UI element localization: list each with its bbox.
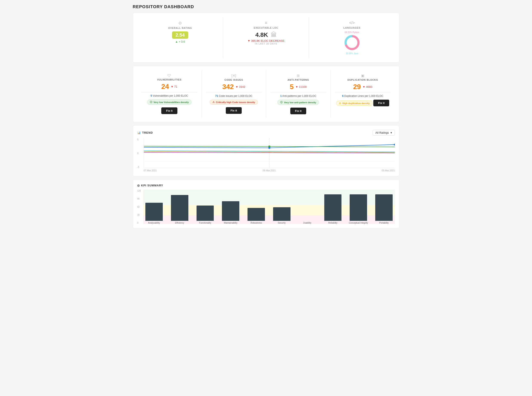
kpi-bar-item: Portability <box>373 190 395 224</box>
kpi-bar-item: Efficiency <box>169 190 190 224</box>
anti-patterns-icon: ⊞ <box>270 74 326 78</box>
overall-rating-label: OVERALL RATING <box>142 27 218 29</box>
kpi-bar-item: Maintainability <box>220 190 241 224</box>
kpi-title: ◎ KPI SUMMARY <box>137 184 395 187</box>
code-issues-icon: [✕] <box>206 74 262 78</box>
kpi-bar-label: Maintainability <box>224 222 237 224</box>
trend-dropdown[interactable]: All Ratings ▾ <box>373 130 395 136</box>
info-icon: ⓘ <box>150 100 152 104</box>
overall-rating-section: ⊙ OVERALL RATING 2.54 + 0.6 <box>137 17 223 58</box>
kpi-bar <box>375 194 393 221</box>
languages-label: LANGUAGES <box>314 26 390 29</box>
anti-patterns-fix-button[interactable]: Fix it <box>290 108 306 114</box>
kpi-bar-label: Functionality <box>199 222 211 224</box>
anti-patterns-delta: 11100 <box>295 85 307 88</box>
chevron-down-icon: ▾ <box>390 131 392 134</box>
kpi-bars: AnalyzabilityEfficiencyFunctionalityMain… <box>143 190 395 224</box>
building-icon: 🏛 <box>271 31 277 38</box>
kpi-bars-area: AnalyzabilityEfficiencyFunctionalityMain… <box>143 190 395 224</box>
languages-chart: 69.32% Python 30.68% Java <box>314 31 390 55</box>
kpi-bar <box>273 207 291 221</box>
kpi-bar-label: Security <box>278 222 286 224</box>
executable-loc-value: 4.8K <box>255 31 268 38</box>
kpi-y-axis: 0 30 60 90 120 <box>137 190 143 224</box>
kpi-bar-label: Portability <box>379 222 389 224</box>
trend-svg <box>144 138 395 168</box>
executable-loc-label: EXECUTABLE LOC <box>228 26 304 29</box>
kpi-bar-item: Analyzability <box>143 190 165 224</box>
kpi-bar-item: Functionality <box>194 190 216 224</box>
kpi-bar <box>247 208 265 221</box>
donut-chart <box>343 34 361 51</box>
duplication-badge: ⚠ High duplication density <box>336 101 373 106</box>
page-title: REPOSITORY DASHBOARD <box>133 4 399 9</box>
anti-patterns-badge: ⓘ Very low anti-pattern density <box>277 100 319 105</box>
code-issues-card: [✕] CODE ISSUES 342 3142 71 Code issues … <box>202 70 266 118</box>
code-issues-fix-button[interactable]: Fix it <box>226 107 242 114</box>
kpi-chart-container: 0 30 60 90 120 AnalyzabilityEfficiencyFu… <box>137 190 395 224</box>
executable-loc-decrease: ▼ 365.8K ELOC DECREASE <box>228 39 304 42</box>
vulnerabilities-fix-button[interactable]: Fix it <box>161 107 177 114</box>
top-stats-row: ⊙ OVERALL RATING 2.54 + 0.6 ≡ EXECUTABLE… <box>137 17 395 58</box>
kpi-bar <box>145 203 163 221</box>
info-icon-2: ⓘ <box>280 101 283 104</box>
trend-title: 📊 TREND <box>137 131 153 134</box>
executable-loc-section: ≡ EXECUTABLE LOC 4.8K 🏛 ▼ 365.8K ELOC DE… <box>223 17 309 58</box>
warning-icon: ⚠ <box>212 101 215 104</box>
kpi-bar-label: Robustness <box>251 222 262 224</box>
kpi-bar-label: Efficiency <box>175 222 184 224</box>
duplication-fix-button[interactable]: Fix it <box>373 100 389 106</box>
python-label: 69.32% Python <box>343 31 361 34</box>
kpi-bar-label: Usability <box>303 222 311 224</box>
overall-rating-value: 2.54 <box>172 31 188 39</box>
kpi-bar-label: Reliability <box>328 222 338 224</box>
trend-y-axis: 5 0 -5 <box>137 138 142 168</box>
java-label: 30.68% Java <box>343 52 361 55</box>
duplication-label: DUPLICATION BLOCKS <box>335 79 390 81</box>
trend-x-axis: 07.Mar.2021 09.Mar.2021 09.Mar.2021 <box>144 169 395 172</box>
kpi-bar <box>350 194 367 221</box>
trend-card: 📊 TREND All Ratings ▾ 5 0 -5 <box>133 125 399 176</box>
kpi-bar-item: Security <box>271 190 293 224</box>
vulnerabilities-delta: 71 <box>171 85 177 88</box>
trend-header: 📊 TREND All Ratings ▾ <box>137 130 395 136</box>
anti-patterns-label: ANTI-PATTERNS <box>270 79 326 81</box>
executable-loc-icon: ≡ <box>228 21 304 25</box>
vulnerabilities-icon: 🛡 <box>142 74 197 77</box>
duplication-density: 6 Duplication Lines per 1,000 ELOC <box>335 94 390 98</box>
duplication-delta: 4683 <box>363 85 372 88</box>
kpi-bar-item: Conceptual Integrity <box>348 190 369 224</box>
code-issues-value-row: 342 3142 <box>206 83 262 91</box>
overall-rating-change: + 0.6 <box>142 40 218 43</box>
code-issues-value: 342 <box>222 83 234 91</box>
warning-icon-2: ⚠ <box>339 102 341 105</box>
svg-point-7 <box>268 146 270 147</box>
anti-patterns-card: ⊞ ANTI-PATTERNS 5 11100 1 Anti-patterns … <box>266 70 331 118</box>
duplication-icon: ▣ <box>335 74 390 78</box>
kpi-bar <box>324 194 342 221</box>
kpi-bar-item: Reliability <box>322 190 344 224</box>
kpi-bar-label: Analyzability <box>148 222 160 224</box>
code-issues-label: CODE ISSUES <box>206 79 262 81</box>
trend-chart-inner <box>144 138 395 168</box>
anti-patterns-value: 5 <box>290 83 294 91</box>
top-stats-card: ⊙ OVERALL RATING 2.54 + 0.6 ≡ EXECUTABLE… <box>133 13 399 63</box>
vulnerabilities-density: 5 Vulnerabilities per 1,000 ELOC <box>142 94 197 97</box>
vulnerabilities-card: 🛡 VULNERABILITIES 24 71 5 Vulnerabilitie… <box>137 70 202 118</box>
duplication-card: ▣ DUPLICATION BLOCKS 29 4683 6 Duplicati… <box>331 70 395 118</box>
code-issues-density: 71 Code issues per 1,000 ELOC <box>206 94 262 98</box>
code-issues-delta: 3142 <box>235 85 245 88</box>
kpi-bar <box>222 201 239 221</box>
svg-point-8 <box>394 144 395 146</box>
trend-icon: 📊 <box>137 131 141 134</box>
duplication-value: 29 <box>353 83 361 91</box>
kpi-bar-item: Usability <box>297 190 318 224</box>
kpi-icon: ◎ <box>137 184 140 187</box>
metrics-row: 🛡 VULNERABILITIES 24 71 5 Vulnerabilitie… <box>137 70 395 118</box>
kpi-bar-label: Conceptual Integrity <box>349 222 368 224</box>
overall-rating-icon: ⊙ <box>142 21 218 25</box>
trend-chart: 5 0 -5 <box>137 138 395 168</box>
executable-loc-period: IN LAST 30 DAYS <box>228 42 304 45</box>
anti-patterns-value-row: 5 11100 <box>270 83 326 91</box>
duplication-value-row: 29 4683 <box>335 83 390 91</box>
